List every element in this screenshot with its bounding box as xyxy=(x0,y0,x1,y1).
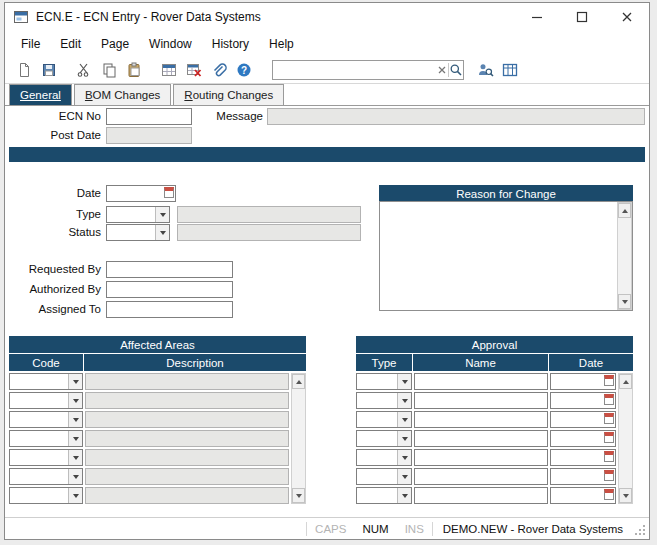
browse-grid-button[interactable] xyxy=(158,59,180,81)
affected-areas-row xyxy=(9,430,290,447)
description-field xyxy=(85,430,289,447)
type-label: Type xyxy=(5,208,101,220)
magnifier-icon xyxy=(449,63,463,77)
menu-page[interactable]: Page xyxy=(91,33,139,55)
code-combo[interactable] xyxy=(9,411,83,428)
tab-bom-changes[interactable]: BOM Changes xyxy=(74,84,171,105)
approval-date-cell xyxy=(550,430,616,447)
scroll-down-icon[interactable] xyxy=(619,488,632,503)
menu-history[interactable]: History xyxy=(202,33,259,55)
approval-name-field[interactable] xyxy=(414,392,548,409)
code-combo[interactable] xyxy=(9,373,83,390)
affected-areas-row xyxy=(9,449,290,466)
search-clear-button[interactable] xyxy=(435,61,448,79)
assigned-to-input[interactable] xyxy=(106,301,233,318)
reason-scrollbar[interactable] xyxy=(617,202,632,310)
approval-name-field[interactable] xyxy=(414,487,548,504)
calendar-icon[interactable] xyxy=(604,375,614,386)
toolbar: ? xyxy=(5,57,649,84)
grid-delete-button[interactable] xyxy=(183,59,205,81)
new-document-icon xyxy=(16,62,32,78)
code-combo[interactable] xyxy=(9,449,83,466)
approval-name-field[interactable] xyxy=(414,468,548,485)
save-button[interactable] xyxy=(38,59,60,81)
affected-areas-scrollbar[interactable] xyxy=(291,373,306,504)
approval-date-cell xyxy=(550,392,616,409)
approval-type-combo[interactable] xyxy=(356,449,412,466)
reason-textarea[interactable] xyxy=(380,202,617,310)
status-bar: CAPS NUM INS DEMO.NEW - Rover Data Syste… xyxy=(5,517,649,539)
paste-button[interactable] xyxy=(123,59,145,81)
menu-file[interactable]: File xyxy=(11,33,50,55)
affected-areas-row xyxy=(9,468,290,485)
scroll-up-icon[interactable] xyxy=(292,374,305,389)
status-combo[interactable] xyxy=(106,224,170,241)
scroll-down-icon[interactable] xyxy=(292,488,305,503)
tab-general[interactable]: General xyxy=(9,84,72,105)
approval-row xyxy=(356,487,616,504)
calendar-icon[interactable] xyxy=(164,187,174,198)
calendar-icon[interactable] xyxy=(604,489,614,500)
approval-row xyxy=(356,392,616,409)
approval-name-field[interactable] xyxy=(414,449,548,466)
attachment-button[interactable] xyxy=(208,59,230,81)
approval-type-combo[interactable] xyxy=(356,411,412,428)
approval-name-field[interactable] xyxy=(414,430,548,447)
approval-name-field[interactable] xyxy=(414,411,548,428)
maximize-button[interactable] xyxy=(559,3,604,31)
approval-scrollbar[interactable] xyxy=(618,373,633,504)
cut-button[interactable] xyxy=(73,59,95,81)
tab-routing-changes[interactable]: Routing Changes xyxy=(173,84,284,105)
approval-name-column-header: Name xyxy=(413,354,548,371)
approval-rows xyxy=(356,373,616,506)
copy-button[interactable] xyxy=(98,59,120,81)
status-label: Status xyxy=(5,226,101,238)
user-lookup-button[interactable] xyxy=(474,59,496,81)
caption-buttons xyxy=(514,3,649,31)
requested-by-label: Requested By xyxy=(5,263,101,275)
scroll-up-icon[interactable] xyxy=(618,203,631,218)
assigned-to-label: Assigned To xyxy=(5,303,101,315)
minimize-button[interactable] xyxy=(514,3,559,31)
calendar-icon[interactable] xyxy=(604,451,614,462)
approval-date-cell xyxy=(550,411,616,428)
resize-grip-icon[interactable] xyxy=(633,523,647,539)
authorized-by-input[interactable] xyxy=(106,281,233,298)
approval-type-combo[interactable] xyxy=(356,487,412,504)
table-view-button[interactable] xyxy=(499,59,521,81)
code-combo[interactable] xyxy=(9,430,83,447)
calendar-icon[interactable] xyxy=(604,470,614,481)
date-field-wrap xyxy=(106,185,176,202)
scroll-up-icon[interactable] xyxy=(619,374,632,389)
calendar-icon[interactable] xyxy=(604,394,614,405)
type-combo[interactable] xyxy=(106,206,170,223)
approval-type-combo[interactable] xyxy=(356,392,412,409)
approval-type-combo[interactable] xyxy=(356,468,412,485)
approval-name-field[interactable] xyxy=(414,373,548,390)
affected-areas-row xyxy=(9,373,290,390)
menu-edit[interactable]: Edit xyxy=(50,33,91,55)
message-label: Message xyxy=(167,110,263,122)
approval-type-combo[interactable] xyxy=(356,373,412,390)
code-combo[interactable] xyxy=(9,487,83,504)
calendar-icon[interactable] xyxy=(604,413,614,424)
scroll-down-icon[interactable] xyxy=(618,294,631,309)
menu-help[interactable]: Help xyxy=(259,33,304,55)
calendar-icon[interactable] xyxy=(604,432,614,443)
approval-date-cell xyxy=(550,468,616,485)
approval-type-combo[interactable] xyxy=(356,430,412,447)
search-button[interactable] xyxy=(449,61,463,79)
menu-window[interactable]: Window xyxy=(139,33,202,55)
requested-by-input[interactable] xyxy=(106,261,233,278)
new-document-button[interactable] xyxy=(13,59,35,81)
description-field xyxy=(85,373,289,390)
description-field xyxy=(85,468,289,485)
code-combo[interactable] xyxy=(9,468,83,485)
help-button[interactable]: ? xyxy=(233,59,255,81)
num-indicator: NUM xyxy=(354,523,396,535)
search-input[interactable] xyxy=(273,62,435,78)
code-combo[interactable] xyxy=(9,392,83,409)
close-button[interactable] xyxy=(604,3,649,31)
grid-delete-icon xyxy=(186,62,202,78)
help-icon: ? xyxy=(236,62,252,78)
